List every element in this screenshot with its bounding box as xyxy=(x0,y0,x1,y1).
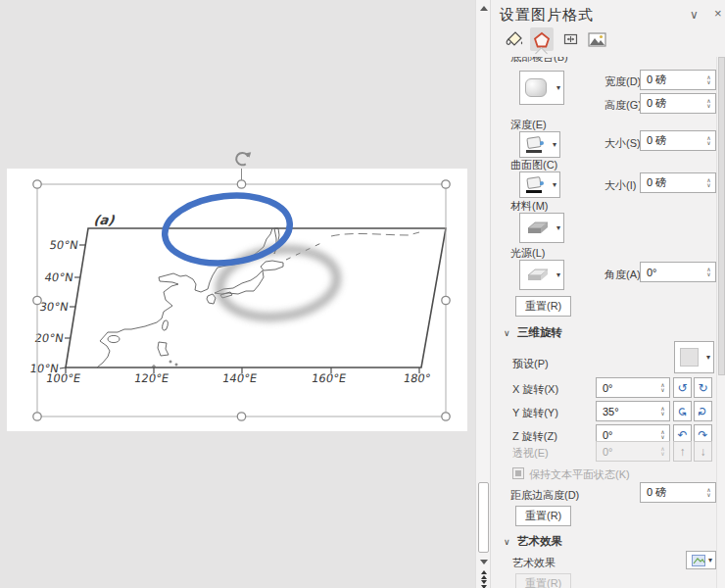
spinner-icon[interactable]: ∧∨ xyxy=(656,430,669,440)
height-label: 高度(G) xyxy=(604,98,642,113)
depth-color-icon xyxy=(525,136,545,153)
caret-down-icon: ▾ xyxy=(556,83,560,92)
perspective-input: 0° ∧∨ xyxy=(596,441,670,462)
reset-artistic-button: 重置(R) xyxy=(515,573,571,588)
artistic-effect-icon xyxy=(692,555,705,566)
depth-dropdown[interactable]: ▾ xyxy=(519,131,560,158)
contour-size-label: 大小(I) xyxy=(604,178,636,193)
preset-dropdown[interactable]: ▾ xyxy=(674,341,714,373)
tab-fill-line[interactable] xyxy=(503,27,526,51)
spinner-icon[interactable]: ∧∨ xyxy=(702,268,715,277)
panel-title: 设置图片格式 xyxy=(500,6,594,24)
resize-handle-e[interactable] xyxy=(442,296,450,304)
bevel-preset-icon xyxy=(525,78,547,97)
spinner-icon[interactable]: ∧∨ xyxy=(702,99,715,109)
lighting-slab-icon xyxy=(525,267,551,284)
reset-rotation-button[interactable]: 重置(R) xyxy=(515,506,571,526)
angle-input[interactable]: 0° ∧∨ xyxy=(640,262,716,282)
rotate-right-button[interactable]: ↻ xyxy=(694,377,712,398)
spinner-icon[interactable]: ∧∨ xyxy=(702,136,715,146)
tab-size-properties[interactable] xyxy=(558,27,582,51)
resize-handle-se[interactable] xyxy=(442,413,450,420)
contour-dropdown[interactable]: ▾ xyxy=(519,172,560,198)
width-input[interactable]: 0 磅 ∧∨ xyxy=(640,70,716,90)
resize-handle-sw[interactable] xyxy=(33,413,41,420)
rotate-up-button[interactable]: ↺ xyxy=(673,401,692,421)
paint-bucket-icon xyxy=(505,30,524,48)
lighting-dropdown[interactable]: ▾ xyxy=(519,260,564,290)
contour-color-icon xyxy=(525,176,545,193)
caret-down-icon: ▾ xyxy=(553,180,556,189)
scrollbar-thumb[interactable] xyxy=(478,482,489,553)
y-rotation-label: Y 旋转(Y) xyxy=(512,406,558,420)
lighting-label: 光源(L) xyxy=(510,246,545,261)
depth-label: 深度(E) xyxy=(510,118,547,132)
artistic-effects-label: 艺术效果 xyxy=(512,556,556,570)
spinner-icon[interactable]: ∧∨ xyxy=(656,383,669,393)
scroll-down-button[interactable] xyxy=(477,555,490,569)
spinner-icon[interactable]: ∧∨ xyxy=(702,488,715,498)
distance-from-ground-input[interactable]: 0 磅 ∧∨ xyxy=(640,482,716,503)
panel-close-icon[interactable]: × xyxy=(714,6,722,21)
panel-scroll-content: 底部棱台(B) ▾ 宽度(D) 0 磅 ∧∨ 高度(G) 0 磅 ∧∨ 深度(E… xyxy=(490,57,716,588)
bevel-dropdown[interactable]: ▾ xyxy=(519,71,564,105)
resize-handle-w[interactable] xyxy=(33,296,41,304)
spinner-icon: ∧∨ xyxy=(656,447,669,457)
perspective-up-button: ↑ xyxy=(673,441,692,462)
x-rotation-input[interactable]: 0° ∧∨ xyxy=(596,377,670,398)
y-rotation-input[interactable]: 35° ∧∨ xyxy=(596,401,670,421)
selection-overlay xyxy=(0,0,475,588)
spinner-icon[interactable]: ∧∨ xyxy=(702,178,715,188)
z-rotation-label: Z 旋转(Z) xyxy=(512,429,557,444)
perspective-down-button: ↓ xyxy=(694,441,712,462)
material-dropdown[interactable]: ▾ xyxy=(519,213,564,243)
slide-editing-area[interactable]: (a) 50°N 40°N 30°N 20°N 10°N 100°E 120°E… xyxy=(0,0,475,588)
reset-3d-format-button[interactable]: 重置(R) xyxy=(515,296,571,317)
app-window: { "panel": { "title": "设置图片格式", "bevel_b… xyxy=(0,0,725,588)
resize-handle-n[interactable] xyxy=(237,180,245,188)
section-chevron-icon[interactable]: ∨ xyxy=(504,328,510,338)
panel-scrollbar[interactable] xyxy=(716,57,725,588)
next-slide-button[interactable] xyxy=(477,580,490,588)
artistic-section-header[interactable]: 艺术效果 xyxy=(517,534,562,549)
material-slab-icon xyxy=(525,220,551,237)
height-input[interactable]: 0 磅 ∧∨ xyxy=(640,93,716,114)
material-label: 材料(M) xyxy=(510,199,549,214)
picture-icon xyxy=(588,32,606,47)
keep-text-flat-checkbox xyxy=(512,467,524,479)
preset-preview-icon xyxy=(680,348,699,367)
panel-scrollbar-thumb[interactable] xyxy=(718,57,725,375)
angle-label: 角度(A) xyxy=(604,268,641,282)
spinner-icon[interactable]: ∧∨ xyxy=(656,407,669,416)
size-properties-icon xyxy=(561,30,580,48)
depth-size-input[interactable]: 0 磅 ∧∨ xyxy=(640,130,716,151)
tab-picture[interactable] xyxy=(585,27,608,51)
pentagon-effects-icon xyxy=(533,31,551,48)
rotation-section-header[interactable]: 三维旋转 xyxy=(517,325,562,340)
resize-handle-s[interactable] xyxy=(237,413,245,420)
artistic-effects-dropdown[interactable]: ▾ xyxy=(686,551,716,569)
caret-down-icon: ▾ xyxy=(706,353,710,362)
x-rotation-label: X 旋转(X) xyxy=(512,382,558,397)
rotate-left-button[interactable]: ↺ xyxy=(673,377,692,398)
resize-handle-nw[interactable] xyxy=(33,180,41,188)
bevel-bottom-label: 底部棱台(B) xyxy=(510,57,568,65)
contour-size-input[interactable]: 0 磅 ∧∨ xyxy=(640,172,716,193)
slide-vertical-scrollbar[interactable] xyxy=(475,0,490,588)
keep-text-flat-label: 保持文本平面状态(K) xyxy=(529,467,630,482)
section-chevron-icon[interactable]: ∨ xyxy=(504,537,510,547)
resize-handle-ne[interactable] xyxy=(442,180,450,188)
caret-down-icon: ▾ xyxy=(556,223,560,232)
contour-label: 曲面图(C) xyxy=(510,158,557,172)
distance-from-ground-label: 距底边高度(D) xyxy=(510,488,579,503)
selection-border xyxy=(37,184,446,416)
rotation-handle[interactable] xyxy=(236,152,251,165)
panel-collapse-icon[interactable]: ∨ xyxy=(690,8,699,22)
scroll-up-button[interactable] xyxy=(477,1,490,16)
spinner-icon[interactable]: ∧∨ xyxy=(702,75,715,85)
perspective-label: 透视(E) xyxy=(512,446,549,461)
previous-slide-button[interactable] xyxy=(477,570,490,579)
preset-label: 预设(P) xyxy=(512,357,549,371)
rotate-down-button[interactable]: ↻ xyxy=(694,401,712,421)
caret-down-icon: ▾ xyxy=(553,140,556,149)
